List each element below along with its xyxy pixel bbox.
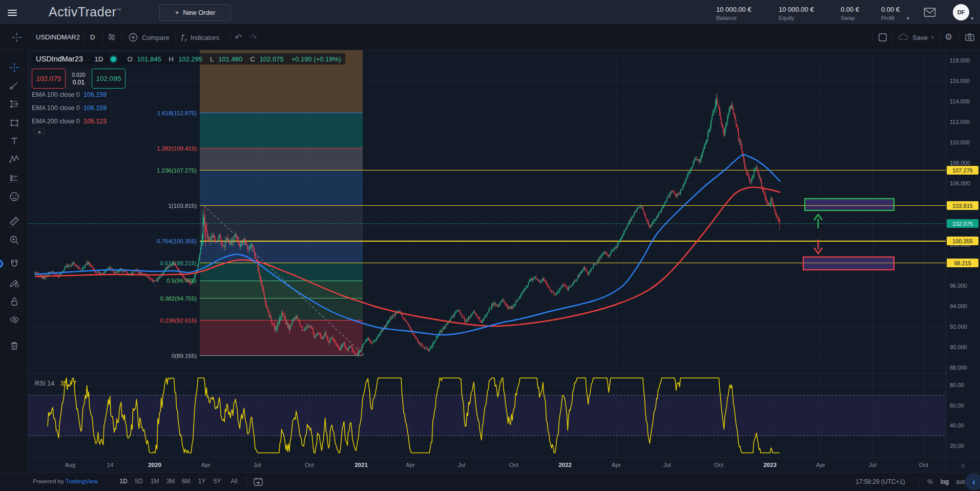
fib-label: 1.382(109.415)	[157, 145, 197, 152]
rsi-label: RSI 14	[35, 380, 54, 387]
price-badge-102.075[interactable]: 102.075	[947, 219, 978, 228]
swap-label: Swap	[841, 15, 859, 21]
price-badge-100.355[interactable]: 100.355	[947, 237, 978, 245]
time-axis-label: Oct	[509, 462, 518, 468]
fib-label: 1(103.815)	[168, 203, 197, 209]
change-value: +0.190 (+0.19%)	[291, 55, 341, 63]
new-order-button[interactable]: +New Order	[159, 4, 231, 21]
balance-label: Balance	[716, 15, 752, 21]
mail-icon[interactable]	[924, 7, 936, 17]
percent-scale-toggle[interactable]: %	[927, 478, 933, 485]
time-axis-label: Jul	[254, 462, 261, 468]
theme-sun-icon: ☼	[960, 461, 967, 469]
undo-icon[interactable]: ↶	[235, 32, 242, 43]
save-button[interactable]: Save ˅	[898, 32, 934, 42]
range-button-1Y[interactable]: 1Y	[198, 478, 206, 485]
account-dropdown-icon[interactable]: ▾	[971, 15, 973, 21]
tool-trend-line-icon[interactable]	[9, 80, 20, 91]
price-badge-107.275[interactable]: 107.275	[947, 166, 978, 175]
tool-remove-drawings-icon[interactable]	[9, 340, 20, 351]
close-label: C	[250, 55, 255, 63]
indicator-value: 106.159	[84, 91, 107, 98]
side-panel-fab-chevron-icon[interactable]: ‹	[965, 473, 980, 490]
indicators-button[interactable]: ƒx Indicators	[180, 32, 219, 42]
compare-button[interactable]: Compare	[128, 32, 169, 42]
tool-xabcd-pattern-icon[interactable]	[9, 154, 20, 165]
profit-label: Profit	[881, 15, 900, 21]
equity-stat: 10 000.00 € Equity	[779, 6, 814, 21]
rsi-axis-label: 60.00	[950, 402, 964, 409]
indicator-row[interactable]: EMA 100 close 0106.159	[32, 104, 107, 114]
legend-header-row[interactable]: USDIndMar23 · 1D O101.845 H102.295 L101.…	[32, 53, 345, 65]
tool-lock-all-icon[interactable]	[9, 296, 20, 307]
chart-style-candles-icon[interactable]	[107, 32, 118, 43]
bottom-bar: Powered by TradingView 1D5D1M3M6M1Y5YAll…	[0, 472, 980, 491]
sell-button[interactable]: 102.075	[32, 69, 66, 89]
rsi-axis-label: 80.00	[950, 382, 964, 388]
range-button-5D[interactable]: 5D	[135, 478, 142, 485]
tool-hide-drawings-icon[interactable]	[9, 314, 20, 326]
range-button-5Y[interactable]: 5Y	[214, 478, 221, 485]
redo-icon[interactable]: ↷	[250, 32, 257, 43]
legend-collapse-button[interactable]: ▲	[34, 128, 45, 135]
settings-gear-icon[interactable]: ⚙	[945, 32, 952, 42]
axis-settings-corner[interactable]: ☼	[946, 457, 980, 472]
profit-dropdown-icon[interactable]: ▾	[907, 15, 909, 21]
ema-200-line	[35, 187, 780, 326]
time-axis-label: Jul	[458, 462, 466, 468]
order-zone-box[interactable]	[803, 257, 894, 270]
snapshot-camera-icon[interactable]	[965, 32, 975, 42]
open-value: 101.845	[137, 55, 161, 63]
time-axis[interactable]: ‹ Aug142020AprJulOct2021AprJulOct2022Apr…	[0, 457, 946, 472]
tool-drawing-lock-icon[interactable]	[9, 277, 20, 289]
indicator-row[interactable]: EMA 100 close 0106.159	[32, 91, 107, 100]
hamburger-menu-icon[interactable]	[8, 8, 17, 17]
interval-button[interactable]: D	[90, 33, 95, 41]
drawing-toolbar	[0, 25, 28, 472]
panel-expand-chevron-icon[interactable]: ❯	[0, 259, 5, 267]
cursor-crosshair-icon[interactable]	[11, 32, 23, 43]
rsi-legend[interactable]: RSI 14 35.77	[35, 380, 76, 387]
price-axis[interactable]: 118.000116.000114.000112.000110.000108.0…	[946, 50, 980, 457]
price-axis-label: 96.000	[950, 283, 967, 289]
price-axis-label: 90.000	[950, 344, 967, 350]
order-zone-box[interactable]	[805, 199, 894, 210]
legend-symbol: USDIndMar23	[36, 55, 83, 63]
chart-canvas[interactable]: 1.618(112.875)1.382(109.415)1.236(107.27…	[0, 0, 980, 491]
indicator-row[interactable]: EMA 200 close 0105.123	[32, 118, 107, 127]
tool-fib-retracement-icon[interactable]	[9, 99, 20, 110]
tool-zoom-in-icon[interactable]	[9, 234, 20, 246]
range-button-All[interactable]: All	[231, 478, 237, 485]
tool-emoji-icon[interactable]	[9, 191, 20, 202]
tool-rectangle-icon[interactable]	[9, 117, 20, 129]
price-axis-label: 114.000	[950, 98, 970, 104]
time-axis-label: Oct	[714, 462, 723, 468]
price-badge-98.215[interactable]: 98.215	[947, 259, 978, 267]
brand-trademark: ™	[116, 8, 121, 13]
symbol-button[interactable]: USDINDMAR2	[36, 33, 80, 41]
range-button-6M[interactable]: 6M	[182, 478, 191, 485]
swap-value: 0.00 €	[841, 6, 859, 13]
chart-legend: USDIndMar23 · 1D O101.845 H102.295 L101.…	[32, 53, 345, 65]
log-scale-toggle[interactable]: log	[941, 478, 949, 485]
buy-button[interactable]: 102.095	[92, 69, 126, 89]
legend-interval: 1D	[94, 55, 103, 63]
tool-crosshair-icon[interactable]	[9, 62, 20, 73]
low-value: 101.460	[218, 55, 242, 63]
fib-extension	[200, 48, 365, 356]
price-badge-103.815[interactable]: 103.815	[947, 201, 978, 210]
rsi-pane	[28, 378, 946, 453]
open-label: O	[127, 55, 132, 63]
range-button-1M[interactable]: 1M	[151, 478, 159, 485]
multichart-layout-icon[interactable]	[878, 33, 887, 42]
save-dropdown-icon: ˅	[931, 35, 934, 40]
range-button-1D[interactable]: 1D	[119, 478, 127, 485]
go-to-date-icon[interactable]	[253, 477, 263, 487]
avatar[interactable]: DF	[953, 4, 969, 20]
tool-ruler-icon[interactable]	[9, 216, 20, 227]
tool-magnet-icon[interactable]	[9, 259, 20, 270]
indicator-value: 105.123	[84, 118, 107, 125]
tool-text-icon[interactable]	[9, 136, 20, 147]
range-button-3M[interactable]: 3M	[166, 478, 175, 485]
tradingview-link[interactable]: TradingView	[66, 478, 98, 484]
